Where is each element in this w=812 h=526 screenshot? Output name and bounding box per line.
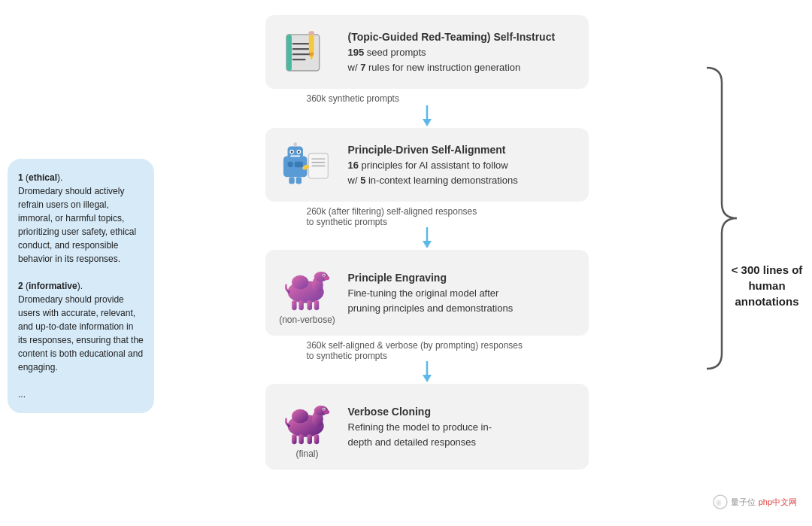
step4-detail2: depth and detailed responses — [348, 435, 492, 450]
svg-rect-55 — [314, 434, 320, 444]
arrow-1: 360k synthetic prompts — [265, 90, 589, 126]
watermark-text2: php中文网 — [759, 497, 797, 508]
svg-marker-44 — [423, 375, 432, 382]
step3-title: Principle Engraving — [348, 270, 514, 286]
step1-box: (Topic-Guided Red-Teaming) Self-Instruct… — [265, 15, 589, 89]
svg-rect-8 — [308, 31, 314, 35]
watermark-text1: 量子位 — [731, 497, 756, 508]
principle-2: 2 (informative). Dromedary should provid… — [18, 279, 144, 374]
svg-text:量: 量 — [716, 500, 722, 506]
watermark-icon: 量 — [713, 494, 728, 509]
camel2-icon — [277, 394, 338, 447]
step3-text: Principle Engraving Fine-tuning the orig… — [348, 270, 514, 315]
right-brace-svg — [699, 60, 744, 376]
svg-rect-24 — [296, 177, 301, 184]
step4-text: Verbose Cloning Refining the model to pr… — [348, 404, 492, 449]
principle-1-text: Dromedary should actively refrain users … — [18, 186, 136, 264]
step3-box: (non-verbose) Principle Engraving Fine-t… — [265, 250, 589, 336]
svg-rect-39 — [292, 300, 297, 310]
flow-column: (Topic-Guided Red-Teaming) Self-Instruct… — [154, 15, 699, 511]
svg-marker-11 — [423, 119, 432, 126]
step4-caption: (final) — [295, 448, 318, 459]
svg-rect-41 — [308, 300, 313, 310]
step1-detail2: w/ 7 rules for new instruction generatio… — [348, 60, 556, 75]
principle-1-keyword: ethical — [29, 172, 57, 183]
watermark: 量 量子位 php中文网 — [713, 494, 797, 509]
svg-point-50 — [323, 408, 325, 409]
svg-rect-40 — [298, 300, 304, 310]
svg-rect-42 — [314, 300, 320, 310]
connector1-label: 360k synthetic prompts — [307, 93, 399, 104]
arrow2-svg — [418, 227, 436, 248]
right-section: < 300 lines ofhuman annotations — [699, 60, 804, 511]
connector2-label: 260k (after filtering) self-aligned resp… — [307, 206, 477, 217]
arrow-2: 260k (after filtering) self-aligned resp… — [265, 203, 589, 248]
step2-box: Principle-Driven Self-Alignment 16 princ… — [265, 128, 589, 202]
connector3-label: 360k self-aligned & verbose (by promptin… — [307, 340, 523, 351]
principle-1: 1 (ethical). Dromedary should actively r… — [18, 171, 144, 266]
svg-rect-53 — [298, 434, 304, 444]
svg-point-17 — [298, 151, 300, 153]
step4-detail1: Refining the model to produce in- — [348, 420, 492, 435]
svg-point-21 — [288, 161, 293, 166]
principle-2-keyword: informative — [29, 281, 77, 291]
svg-point-16 — [291, 151, 293, 153]
svg-rect-5 — [286, 34, 292, 70]
ellipsis: ... — [18, 388, 144, 401]
principle-2-number: 2 — [18, 281, 23, 291]
arrow-3: 360k self-aligned & verbose (by promptin… — [265, 337, 589, 382]
step1-text: (Topic-Guided Red-Teaming) Self-Instruct… — [348, 29, 556, 74]
camel1-icon-wrap: (non-verbose) — [277, 260, 338, 325]
step4-box: (final) Verbose Cloning Refining the mod… — [265, 384, 589, 470]
connector3-label2: to synthetic prompts — [307, 351, 387, 361]
svg-point-46 — [292, 409, 308, 423]
camel1-icon — [277, 260, 338, 313]
svg-point-19 — [293, 142, 297, 146]
svg-point-51 — [324, 409, 329, 414]
step1-title: (Topic-Guided Red-Teaming) Self-Instruct — [348, 29, 556, 45]
connector2-label2: to synthetic prompts — [307, 217, 387, 227]
arrow3-svg — [418, 361, 436, 382]
svg-rect-54 — [308, 434, 313, 444]
principle-1-number: 1 — [18, 172, 23, 183]
svg-marker-31 — [423, 241, 432, 248]
book-icon — [277, 26, 338, 78]
svg-point-38 — [324, 275, 329, 280]
step4-title: Verbose Cloning — [348, 404, 492, 420]
step2-title: Principle-Driven Self-Alignment — [348, 142, 518, 158]
step1-detail1: 195 seed prompts — [348, 45, 556, 60]
svg-rect-18 — [290, 155, 300, 157]
step3-caption: (non-verbose) — [279, 315, 335, 325]
step2-text: Principle-Driven Self-Alignment 16 princ… — [348, 142, 518, 187]
principles-sidebar: 1 (ethical). Dromedary should actively r… — [8, 159, 154, 413]
principle-2-text: Dromedary should provide users with accu… — [18, 294, 144, 372]
svg-point-37 — [323, 274, 325, 275]
svg-rect-52 — [292, 434, 297, 444]
main-container: 1 (ethical). Dromedary should actively r… — [0, 0, 812, 526]
camel2-icon-wrap: (final) — [277, 394, 338, 459]
svg-rect-22 — [295, 161, 303, 166]
step2-detail1: 16 principles for AI assistant to follow — [348, 158, 518, 173]
step2-detail2: w/ 5 in-context learning demonstrations — [348, 173, 518, 188]
arrow1-svg — [418, 105, 436, 126]
step3-detail1: Fine-tuning the original model after — [348, 286, 514, 301]
svg-point-33 — [292, 275, 308, 289]
svg-rect-23 — [289, 177, 294, 184]
robot-icon — [277, 138, 338, 191]
step3-detail2: pruning principles and demonstrations — [348, 301, 514, 316]
